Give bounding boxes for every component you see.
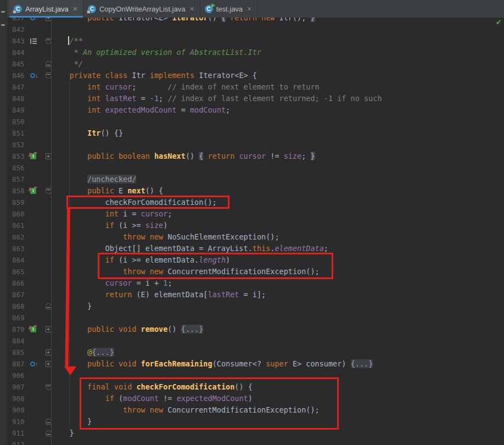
- code-line: 868 }: [7, 301, 504, 312]
- code-line: 853I+ public boolean hasNext() { return …: [7, 151, 504, 162]
- text-caret: [68, 36, 69, 45]
- tab-close-icon[interactable]: ×: [189, 5, 194, 13]
- code-text: /**: [52, 35, 83, 47]
- code-line: 862 throw new NoSuchElementException();: [7, 231, 504, 243]
- line-number[interactable]: 865: [12, 266, 29, 277]
- line-number[interactable]: 843: [12, 35, 29, 47]
- code-text: Itr() {}: [52, 127, 123, 139]
- code-line: 870I+ public void remove() {...}: [7, 324, 504, 335]
- line-number[interactable]: 842: [12, 24, 29, 35]
- line-number[interactable]: 869: [12, 312, 29, 324]
- line-number[interactable]: 866: [12, 277, 29, 289]
- annotation-rect-2: [98, 253, 333, 279]
- code-text: /unchecked/: [52, 174, 136, 185]
- line-number[interactable]: 851: [12, 127, 29, 139]
- line-number[interactable]: 863: [12, 243, 29, 254]
- line-number[interactable]: 868: [12, 301, 29, 312]
- fold-open-icon[interactable]: [46, 73, 52, 79]
- tab-label: test.java: [216, 5, 243, 13]
- fold-open-icon[interactable]: [46, 188, 52, 194]
- fold-end-icon[interactable]: [46, 303, 52, 309]
- code-line: 884: [7, 335, 504, 347]
- run-overlay-icon: [211, 3, 215, 8]
- code-text: public boolean hasNext() { return cursor…: [52, 151, 315, 162]
- code-line: 848 int lastRet = -1; // index of last e…: [7, 93, 504, 104]
- fold-expand-icon[interactable]: +: [46, 326, 52, 332]
- implements-marker-icon[interactable]: I: [30, 153, 36, 159]
- line-number[interactable]: 906: [12, 370, 29, 381]
- code-line: 851 Itr() {}: [7, 127, 504, 139]
- editor-tab-1[interactable]: CArrayList.java×: [9, 0, 83, 18]
- line-number[interactable]: 864: [12, 254, 29, 266]
- line-number[interactable]: 850: [12, 116, 29, 127]
- lock-overlay-icon: [13, 10, 16, 14]
- code-line: 887↑+ public void forEachRemaining(Consu…: [7, 358, 504, 370]
- code-text: private class Itr implements Iterator<E>…: [52, 70, 257, 81]
- code-text: return (E) elementData[lastRet = i];: [52, 289, 266, 301]
- editor-tab-2[interactable]: CCopyOnWriteArrayList.java×: [83, 0, 200, 18]
- line-number[interactable]: 867: [12, 289, 29, 301]
- line-number[interactable]: 910: [12, 416, 29, 427]
- line-number[interactable]: 861: [12, 220, 29, 231]
- line-number[interactable]: 857: [12, 174, 29, 185]
- implements-marker-icon[interactable]: I: [30, 326, 36, 332]
- tab-close-icon[interactable]: ×: [73, 5, 77, 13]
- fold-end-icon[interactable]: [46, 61, 52, 67]
- code-line: 845 */: [7, 58, 504, 70]
- fold-expand-icon[interactable]: +: [46, 349, 52, 355]
- tab-close-icon[interactable]: ×: [247, 5, 251, 13]
- line-number[interactable]: 845: [12, 58, 29, 70]
- code-line: 885+ @{...}: [7, 347, 504, 358]
- code-line: 842: [7, 24, 504, 35]
- code-text: int cursor; // index of next element to …: [52, 81, 320, 93]
- line-number[interactable]: 884: [12, 335, 29, 347]
- inspections-ok-icon[interactable]: ✔: [496, 18, 502, 26]
- code-text: int lastRet = -1; // index of last eleme…: [52, 93, 382, 104]
- code-line: 869: [7, 312, 504, 324]
- stripe-mark-icon: [1, 24, 5, 26]
- line-number[interactable]: 870: [12, 324, 29, 335]
- fold-open-icon[interactable]: [46, 38, 52, 44]
- line-number[interactable]: 844: [12, 47, 29, 58]
- code-line: 858I public E next() {: [7, 185, 504, 197]
- editor-tab-3[interactable]: Ctest.java×: [200, 0, 258, 18]
- ide-window: 837↑+ public Iterator<E> iterator() { re…: [0, 0, 504, 445]
- line-number[interactable]: 907: [12, 381, 29, 393]
- line-number[interactable]: 887: [12, 358, 29, 370]
- tool-window-stripe[interactable]: [0, 0, 7, 445]
- line-number[interactable]: 846: [12, 70, 29, 81]
- fold-expand-icon[interactable]: +: [46, 153, 52, 159]
- fold-expand-icon[interactable]: +: [46, 361, 52, 367]
- code-line: 847 int cursor; // index of next element…: [7, 81, 504, 93]
- code-line: 849 int expectedModCount = modCount;: [7, 104, 504, 116]
- line-number[interactable]: 853: [12, 151, 29, 162]
- stripe-mark-icon: [1, 11, 5, 13]
- gutter-lines-icon[interactable]: [30, 38, 37, 44]
- editor-pane[interactable]: 837↑+ public Iterator<E> iterator() { re…: [7, 0, 504, 445]
- class-icon: C: [88, 5, 96, 13]
- class-icon: C: [14, 5, 22, 13]
- code-line: 912: [7, 439, 504, 445]
- fold-end-icon[interactable]: [46, 430, 52, 436]
- fold-end-icon[interactable]: [46, 419, 52, 425]
- fold-open-icon[interactable]: [46, 384, 52, 390]
- overridden-marker-icon[interactable]: ↓: [30, 73, 38, 79]
- class-run-icon: C: [205, 5, 213, 13]
- line-number[interactable]: 858: [12, 185, 29, 197]
- tab-bar: CArrayList.java×CCopyOnWriteArrayList.ja…: [7, 0, 504, 18]
- line-number[interactable]: 911: [12, 427, 29, 439]
- line-number[interactable]: 860: [12, 208, 29, 220]
- line-number[interactable]: 908: [12, 393, 29, 404]
- line-number[interactable]: 859: [12, 197, 29, 208]
- line-number[interactable]: 852: [12, 139, 29, 151]
- line-number[interactable]: 912: [12, 439, 29, 445]
- line-number[interactable]: 849: [12, 104, 29, 116]
- line-number[interactable]: 847: [12, 81, 29, 93]
- line-number[interactable]: 885: [12, 347, 29, 358]
- line-number[interactable]: 856: [12, 162, 29, 174]
- overrides-marker-icon[interactable]: ↑: [30, 361, 38, 367]
- line-number[interactable]: 909: [12, 404, 29, 416]
- line-number[interactable]: 848: [12, 93, 29, 104]
- line-number[interactable]: 862: [12, 231, 29, 243]
- implements-marker-icon[interactable]: I: [30, 188, 36, 194]
